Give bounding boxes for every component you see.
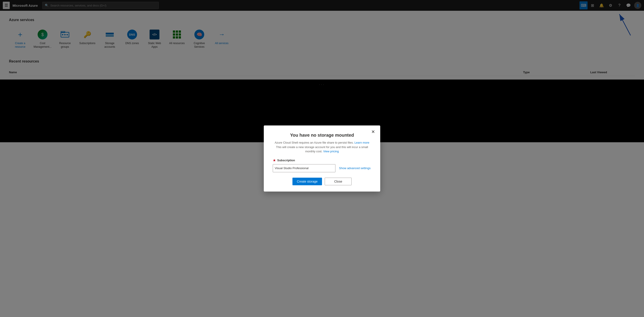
subscription-row: ★ Subscription — [273, 158, 371, 162]
create-storage-button[interactable]: Create storage — [292, 178, 322, 185]
show-advanced-settings-link[interactable]: Show advanced settings — [339, 166, 370, 170]
storage-modal: ✕ You have no storage mounted Azure Clou… — [264, 125, 380, 192]
modal-close-button[interactable]: ✕ — [370, 128, 377, 135]
modal-title: You have no storage mounted — [273, 133, 371, 138]
learn-more-link[interactable]: Learn more — [354, 141, 369, 144]
view-pricing-link[interactable]: View pricing — [323, 150, 339, 153]
subscription-label: Subscription — [277, 159, 295, 162]
subscription-input-row: Show advanced settings — [273, 164, 371, 172]
modal-desc-line1: Azure Cloud Shell requires an Azure file… — [275, 141, 354, 144]
subscription-input[interactable] — [273, 164, 336, 172]
modal-buttons: Create storage Close — [273, 178, 371, 185]
modal-overlay: ✕ You have no storage mounted Azure Clou… — [0, 0, 644, 317]
subscription-field: ★ Subscription Show advanced settings — [273, 158, 371, 172]
required-indicator: ★ — [273, 158, 276, 162]
modal-description: Azure Cloud Shell requires an Azure file… — [273, 140, 371, 154]
modal-desc-line2: This will create a new storage account f… — [276, 145, 368, 153]
close-button[interactable]: Close — [325, 178, 352, 185]
